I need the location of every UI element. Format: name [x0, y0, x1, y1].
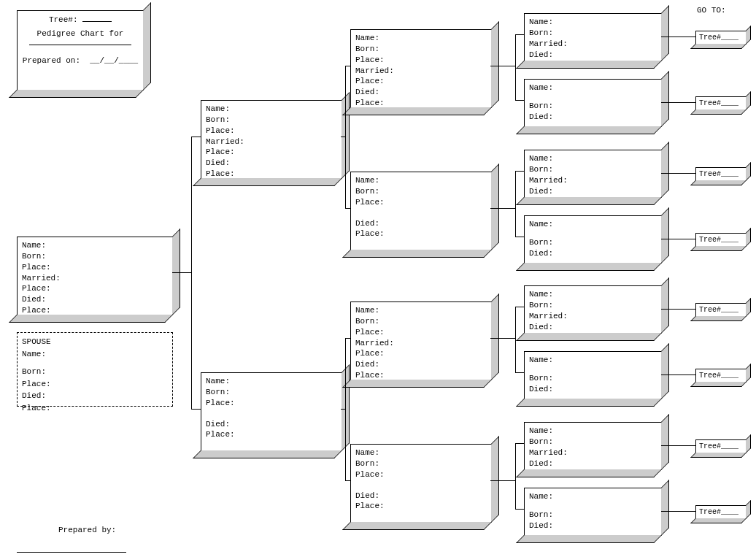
goto-tree-8[interactable]: Tree#____ [695, 31, 747, 45]
goto-tree-11[interactable]: Tree#____ [695, 233, 747, 247]
connector [515, 509, 524, 510]
connector [515, 34, 516, 100]
connector [515, 171, 516, 237]
connector [345, 66, 350, 66]
connector [172, 272, 191, 273]
connector [661, 37, 695, 37]
prepared-by-underline[interactable] [17, 552, 126, 553]
person-11[interactable]: Name: Born: Died: [524, 215, 662, 264]
connector [191, 137, 192, 409]
connector [515, 372, 524, 373]
connector [661, 374, 695, 375]
person-3[interactable]: Name: Born: Place: Died: Place: [201, 372, 342, 451]
connector [345, 480, 350, 481]
connector [515, 237, 524, 237]
connector [515, 307, 516, 372]
prepared-on: Prepared on: __/__/____ [22, 55, 139, 66]
connector [191, 409, 201, 410]
person-12[interactable]: Name: Born: Married: Died: [524, 285, 662, 334]
connector [490, 480, 515, 481]
person-4[interactable]: Name: Born: Place: Married: Place: Died:… [350, 29, 492, 108]
connector [345, 338, 350, 339]
connector [515, 307, 524, 307]
goto-tree-12[interactable]: Tree#____ [695, 303, 747, 317]
go-to-label: GO TO: [697, 6, 726, 15]
connector [661, 173, 695, 174]
person-5[interactable]: Name: Born: Place: Died: Place: [350, 172, 492, 250]
connector [345, 66, 346, 208]
connector [661, 445, 695, 446]
connector [515, 171, 524, 172]
connector [661, 239, 695, 239]
goto-tree-14[interactable]: Tree#____ [695, 439, 747, 453]
person-15[interactable]: Name: Born: Died: [524, 488, 662, 536]
name-underline[interactable] [29, 44, 131, 45]
connector [490, 208, 515, 209]
person-6[interactable]: Name: Born: Place: Married: Place: Died:… [350, 301, 492, 380]
connector [515, 100, 524, 101]
goto-tree-13[interactable]: Tree#____ [695, 369, 747, 383]
connector [345, 208, 350, 209]
connector [661, 309, 695, 310]
person-1[interactable]: Name: Born: Place: Married: Place: Died:… [17, 237, 173, 315]
person-10[interactable]: Name: Born: Married: Died: [524, 150, 662, 198]
connector [191, 137, 201, 137]
person-2[interactable]: Name: Born: Place: Married: Place: Died:… [201, 100, 342, 179]
goto-tree-9[interactable]: Tree#____ [695, 96, 747, 110]
goto-tree-10[interactable]: Tree#____ [695, 167, 747, 181]
connector [661, 102, 695, 103]
connector [515, 34, 524, 35]
connector [515, 443, 524, 444]
header-box: Tree#: Pedigree Chart for Prepared on: _… [17, 10, 144, 91]
person-9[interactable]: Name: Born: Died: [524, 79, 662, 127]
person-13[interactable]: Name: Born: Died: [524, 351, 662, 399]
person-7[interactable]: Name: Born: Place: Died: Place: [350, 444, 492, 523]
connector [490, 338, 515, 339]
connector [345, 338, 346, 480]
chart-title: Pedigree Chart for [22, 28, 139, 39]
connector [661, 511, 695, 512]
tree-no-label: Tree#: [22, 14, 139, 26]
connector [515, 443, 516, 509]
person-8[interactable]: Name: Born: Married: Died: [524, 13, 662, 61]
spouse-box[interactable]: SPOUSE Name: Born: Place: Died: Place: [17, 332, 173, 407]
connector [490, 66, 515, 66]
goto-tree-15[interactable]: Tree#____ [695, 505, 747, 519]
prepared-by-label: Prepared by: [58, 526, 116, 534]
person-14[interactable]: Name: Born: Married: Died: [524, 422, 662, 470]
